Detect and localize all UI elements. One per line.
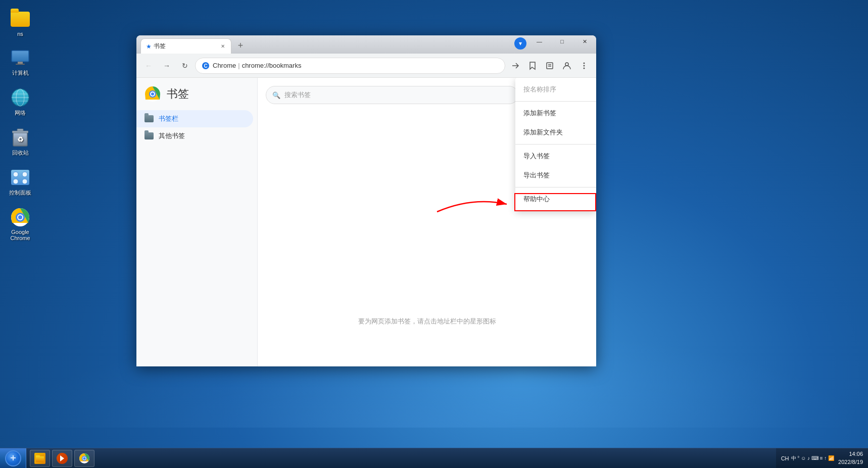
navigation-bar: ← → ↻ C Chrome | chrome://bookmarks bbox=[136, 54, 596, 78]
tab-area: ★ 书签 ✕ + bbox=[136, 35, 248, 54]
desktop-icon-ns[interactable]: ns bbox=[0, 5, 40, 41]
taskbar-item-chrome[interactable] bbox=[74, 450, 94, 467]
taskbar-item-media-player[interactable] bbox=[52, 450, 72, 467]
nav-actions bbox=[507, 58, 592, 74]
menu-divider-3 bbox=[515, 187, 596, 188]
svg-point-43 bbox=[83, 457, 86, 459]
tab-label: 书签 bbox=[154, 42, 166, 51]
address-url: chrome://bookmarks bbox=[242, 62, 302, 69]
sidebar-header: 书签 bbox=[136, 86, 257, 110]
sidebar-item-bookmarks-bar-label: 书签栏 bbox=[159, 114, 178, 123]
computer-icon bbox=[10, 48, 30, 68]
svg-point-13 bbox=[13, 172, 18, 177]
tab-close-button[interactable]: ✕ bbox=[219, 42, 227, 51]
taskbar-clock: 14:06 2022/8/19 bbox=[838, 450, 863, 466]
svg-point-26 bbox=[565, 63, 568, 66]
menu-divider-2 bbox=[515, 144, 596, 145]
sidebar-item-other-bookmarks[interactable]: 其他书签 bbox=[136, 127, 253, 145]
new-tab-button[interactable]: + bbox=[233, 38, 248, 53]
empty-bookmarks-message: 要为网页添加书签，请点击地址栏中的星形图标 bbox=[358, 317, 496, 326]
search-placeholder: 搜索书签 bbox=[284, 90, 311, 100]
title-bar: ★ 书签 ✕ + ▾ — □ ✕ bbox=[136, 35, 596, 54]
window-controls: — □ ✕ bbox=[528, 35, 596, 48]
desktop-icon-control[interactable]: 控制面板 bbox=[0, 163, 40, 201]
svg-rect-1 bbox=[18, 62, 23, 64]
reload-button[interactable]: ↻ bbox=[177, 58, 193, 74]
desktop-icon-recycle[interactable]: ♻ 回收站 bbox=[0, 123, 40, 161]
minimize-button[interactable]: — bbox=[528, 35, 551, 48]
menu-item-help[interactable]: 帮助中心 bbox=[515, 190, 596, 209]
bookmarks-main-content: 🔍 搜索书签 要为网页添加书签，请点击地址栏中的星形图标 按名称排序 添加新书签… bbox=[258, 78, 596, 366]
back-button[interactable]: ← bbox=[140, 58, 157, 74]
desktop-icon-label-computer: 计算机 bbox=[12, 69, 29, 77]
svg-point-14 bbox=[22, 172, 27, 177]
menu-item-import[interactable]: 导入书签 bbox=[515, 147, 596, 166]
recycle-icon: ♻ bbox=[10, 127, 30, 148]
chrome-desktop-icon bbox=[10, 207, 30, 227]
tab-star-icon: ★ bbox=[146, 43, 152, 50]
file-explorer-icon bbox=[34, 453, 45, 464]
menu-item-export[interactable]: 导出书签 bbox=[515, 166, 596, 185]
close-button[interactable]: ✕ bbox=[573, 35, 596, 48]
svg-point-20 bbox=[18, 215, 22, 219]
bookmarks-sidebar: 书签 书签栏 其他书签 bbox=[136, 78, 258, 366]
maximize-button[interactable]: □ bbox=[551, 35, 573, 48]
svg-point-28 bbox=[584, 65, 585, 66]
active-tab[interactable]: ★ 书签 ✕ bbox=[140, 38, 231, 54]
bookmarks-bar-folder-icon bbox=[144, 115, 154, 122]
menu-item-add-bookmark[interactable]: 添加新书签 bbox=[515, 104, 596, 123]
desktop-icon-label-ns: ns bbox=[17, 31, 23, 37]
address-site-name: Chrome bbox=[213, 62, 236, 69]
search-icon: 🔍 bbox=[272, 91, 280, 99]
reading-mode-button[interactable] bbox=[542, 58, 558, 74]
content-area: 书签 书签栏 其他书签 🔍 搜索书签 要为网页添加书签，请点击地址栏中的星形图标 bbox=[136, 78, 596, 366]
clock-time: 14:06 bbox=[838, 450, 863, 458]
taskbar-right: CH 中 ° ☺ ♪ ⌨ ≡ ↑ 📶 14:06 2022/8/19 bbox=[776, 448, 868, 468]
clock-date: 2022/8/19 bbox=[838, 458, 863, 466]
svg-point-27 bbox=[584, 62, 585, 64]
taskbar-chrome-icon bbox=[79, 453, 90, 464]
address-separator: | bbox=[238, 62, 239, 69]
start-button[interactable] bbox=[0, 448, 26, 469]
sidebar-item-other-bookmarks-label: 其他书签 bbox=[159, 131, 185, 141]
media-player-icon bbox=[57, 453, 68, 464]
tabs-dropdown-button[interactable]: ▾ bbox=[514, 37, 526, 50]
address-bar[interactable]: C Chrome | chrome://bookmarks bbox=[195, 58, 505, 74]
svg-rect-37 bbox=[36, 456, 44, 462]
menu-item-sort[interactable]: 按名称排序 bbox=[515, 80, 596, 99]
svg-rect-2 bbox=[16, 64, 25, 65]
desktop-icon-label-chrome: Google Chrome bbox=[3, 229, 38, 241]
svg-point-16 bbox=[22, 179, 27, 184]
svg-rect-23 bbox=[547, 63, 553, 69]
start-orb-icon bbox=[5, 450, 21, 466]
other-bookmarks-folder-icon bbox=[144, 132, 154, 139]
sidebar-item-bookmarks-bar[interactable]: 书签栏 bbox=[136, 110, 253, 127]
desktop: ns 计算机 bbox=[0, 0, 868, 468]
svg-point-29 bbox=[584, 67, 585, 69]
more-options-button[interactable] bbox=[576, 58, 592, 74]
site-security-icon: C bbox=[202, 62, 210, 70]
tray-icons: 中 ° ☺ ♪ ⌨ ≡ ↑ 📶 bbox=[791, 455, 835, 462]
control-panel-icon bbox=[10, 167, 30, 188]
desktop-icon-label-network: 网络 bbox=[15, 109, 26, 117]
desktop-icon-chrome[interactable]: Google Chrome bbox=[0, 203, 40, 245]
profile-button[interactable] bbox=[559, 58, 575, 74]
search-bar[interactable]: 🔍 搜索书签 bbox=[266, 86, 518, 104]
desktop-icon-network[interactable]: 网络 bbox=[0, 83, 40, 121]
browser-window: ★ 书签 ✕ + ▾ — □ ✕ ← → ↻ C bbox=[136, 35, 596, 366]
forward-button[interactable]: → bbox=[159, 58, 175, 74]
desktop-icon-computer[interactable]: 计算机 bbox=[0, 43, 40, 81]
bookmark-button[interactable] bbox=[524, 58, 541, 74]
menu-item-add-folder[interactable]: 添加新文件夹 bbox=[515, 123, 596, 142]
menu-divider-1 bbox=[515, 101, 596, 102]
taskbar: CH 中 ° ☺ ♪ ⌨ ≡ ↑ 📶 14:06 2022/8/19 bbox=[0, 448, 868, 468]
svg-point-15 bbox=[13, 179, 18, 184]
network-icon bbox=[10, 87, 30, 108]
svg-text:C: C bbox=[204, 63, 207, 69]
taskbar-item-file-explorer[interactable] bbox=[30, 450, 50, 467]
svg-rect-10 bbox=[12, 131, 28, 133]
share-button[interactable] bbox=[507, 58, 523, 74]
desktop-icons-container: ns 计算机 bbox=[0, 0, 40, 253]
svg-marker-39 bbox=[60, 455, 64, 461]
taskbar-items bbox=[26, 448, 776, 468]
